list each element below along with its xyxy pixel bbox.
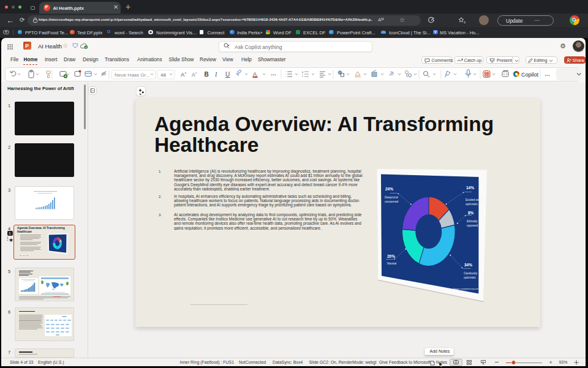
svg-text:Aˆ: Aˆ xyxy=(181,71,187,78)
svg-text:…: … xyxy=(545,71,550,77)
svg-text:…: … xyxy=(271,70,276,77)
svg-text:U: U xyxy=(225,71,230,78)
svg-text:I: I xyxy=(214,71,217,78)
svg-text:Aˇ: Aˇ xyxy=(192,72,197,78)
svg-text:A: A xyxy=(253,71,257,77)
svg-text:B: B xyxy=(205,71,209,78)
svg-text:Copilot: Copilot xyxy=(521,72,539,78)
svg-text:48: 48 xyxy=(160,72,166,78)
svg-text:Neue Haas Gr...: Neue Haas Gr... xyxy=(115,72,149,78)
